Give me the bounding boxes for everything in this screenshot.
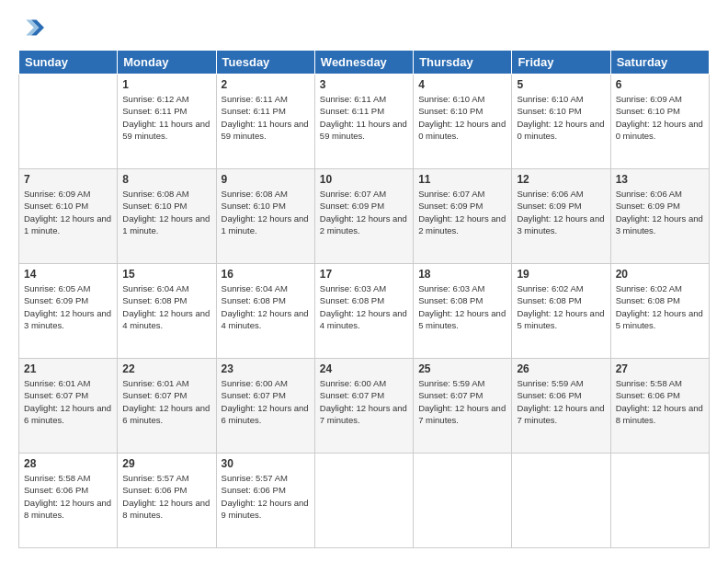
col-monday: Monday [118, 51, 216, 75]
calendar-cell: 6Sunrise: 6:09 AM Sunset: 6:10 PM Daylig… [610, 75, 709, 169]
day-info: Sunrise: 6:08 AM Sunset: 6:10 PM Dayligh… [122, 188, 210, 236]
day-info: Sunrise: 5:57 AM Sunset: 6:06 PM Dayligh… [122, 472, 210, 521]
calendar-cell: 22Sunrise: 6:01 AM Sunset: 6:07 PM Dayli… [118, 359, 216, 454]
calendar-cell: 8Sunrise: 6:08 AM Sunset: 6:10 PM Daylig… [118, 169, 216, 264]
day-number: 27 [616, 362, 704, 375]
calendar-cell: 18Sunrise: 6:03 AM Sunset: 6:08 PM Dayli… [414, 264, 512, 359]
day-info: Sunrise: 6:02 AM Sunset: 6:08 PM Dayligh… [616, 282, 704, 331]
col-wednesday: Wednesday [314, 51, 413, 75]
day-info: Sunrise: 5:58 AM Sunset: 6:06 PM Dayligh… [24, 472, 112, 521]
day-info: Sunrise: 6:00 AM Sunset: 6:07 PM Dayligh… [320, 377, 408, 426]
day-info: Sunrise: 6:01 AM Sunset: 6:07 PM Dayligh… [24, 377, 112, 426]
day-number: 2 [222, 78, 310, 91]
logo-icon [18, 15, 44, 40]
day-number: 15 [122, 268, 210, 281]
day-info: Sunrise: 6:04 AM Sunset: 6:08 PM Dayligh… [122, 282, 210, 331]
calendar-week-row: 21Sunrise: 6:01 AM Sunset: 6:07 PM Dayli… [19, 359, 710, 454]
day-number: 30 [222, 457, 310, 470]
day-number: 26 [517, 362, 605, 375]
day-info: Sunrise: 6:07 AM Sunset: 6:09 PM Dayligh… [418, 188, 506, 236]
day-info: Sunrise: 6:10 AM Sunset: 6:10 PM Dayligh… [418, 93, 506, 142]
day-number: 14 [24, 268, 112, 281]
calendar-cell [19, 75, 118, 169]
calendar-cell: 3Sunrise: 6:11 AM Sunset: 6:11 PM Daylig… [314, 75, 413, 169]
day-info: Sunrise: 6:03 AM Sunset: 6:08 PM Dayligh… [320, 282, 408, 331]
calendar-cell: 27Sunrise: 5:58 AM Sunset: 6:06 PM Dayli… [610, 359, 709, 454]
calendar-cell [610, 454, 709, 548]
header [18, 15, 710, 40]
page: Sunday Monday Tuesday Wednesday Thursday… [0, 0, 728, 563]
day-number: 17 [320, 268, 408, 281]
calendar-cell: 12Sunrise: 6:06 AM Sunset: 6:09 PM Dayli… [512, 169, 610, 264]
day-number: 20 [616, 268, 704, 281]
day-number: 9 [222, 173, 310, 186]
day-number: 11 [418, 173, 506, 186]
calendar-week-row: 14Sunrise: 6:05 AM Sunset: 6:09 PM Dayli… [19, 264, 710, 359]
calendar-cell: 4Sunrise: 6:10 AM Sunset: 6:10 PM Daylig… [414, 75, 512, 169]
day-info: Sunrise: 6:11 AM Sunset: 6:11 PM Dayligh… [320, 93, 408, 142]
calendar-cell: 11Sunrise: 6:07 AM Sunset: 6:09 PM Dayli… [414, 169, 512, 264]
day-info: Sunrise: 6:01 AM Sunset: 6:07 PM Dayligh… [122, 377, 210, 426]
calendar-cell: 14Sunrise: 6:05 AM Sunset: 6:09 PM Dayli… [19, 264, 118, 359]
day-info: Sunrise: 6:02 AM Sunset: 6:08 PM Dayligh… [517, 282, 605, 331]
day-number: 3 [320, 78, 408, 91]
calendar-cell: 15Sunrise: 6:04 AM Sunset: 6:08 PM Dayli… [118, 264, 216, 359]
day-info: Sunrise: 6:05 AM Sunset: 6:09 PM Dayligh… [24, 282, 112, 331]
col-thursday: Thursday [414, 51, 512, 75]
day-info: Sunrise: 6:06 AM Sunset: 6:09 PM Dayligh… [616, 188, 704, 236]
calendar-table: Sunday Monday Tuesday Wednesday Thursday… [18, 50, 710, 548]
day-number: 10 [320, 173, 408, 186]
day-number: 5 [517, 78, 605, 91]
calendar-week-row: 7Sunrise: 6:09 AM Sunset: 6:10 PM Daylig… [19, 169, 710, 264]
day-number: 16 [222, 268, 310, 281]
day-number: 7 [24, 173, 112, 186]
day-info: Sunrise: 6:10 AM Sunset: 6:10 PM Dayligh… [517, 93, 605, 142]
day-info: Sunrise: 6:09 AM Sunset: 6:10 PM Dayligh… [616, 93, 704, 142]
day-number: 13 [616, 173, 704, 186]
calendar-cell [314, 454, 413, 548]
day-info: Sunrise: 6:04 AM Sunset: 6:08 PM Dayligh… [222, 282, 310, 331]
day-number: 29 [122, 457, 210, 470]
calendar-cell: 28Sunrise: 5:58 AM Sunset: 6:06 PM Dayli… [19, 454, 118, 548]
day-info: Sunrise: 6:08 AM Sunset: 6:10 PM Dayligh… [222, 188, 310, 236]
calendar-week-row: 28Sunrise: 5:58 AM Sunset: 6:06 PM Dayli… [19, 454, 710, 548]
day-info: Sunrise: 5:57 AM Sunset: 6:06 PM Dayligh… [222, 472, 310, 521]
day-info: Sunrise: 5:59 AM Sunset: 6:07 PM Dayligh… [418, 377, 506, 426]
day-number: 6 [616, 78, 704, 91]
calendar-header-row: Sunday Monday Tuesday Wednesday Thursday… [19, 51, 710, 75]
col-tuesday: Tuesday [216, 51, 314, 75]
calendar-cell [414, 454, 512, 548]
col-sunday: Sunday [19, 51, 118, 75]
col-saturday: Saturday [610, 51, 709, 75]
calendar-cell: 13Sunrise: 6:06 AM Sunset: 6:09 PM Dayli… [610, 169, 709, 264]
calendar-cell: 25Sunrise: 5:59 AM Sunset: 6:07 PM Dayli… [414, 359, 512, 454]
day-number: 8 [122, 173, 210, 186]
calendar-cell: 17Sunrise: 6:03 AM Sunset: 6:08 PM Dayli… [314, 264, 413, 359]
day-info: Sunrise: 5:58 AM Sunset: 6:06 PM Dayligh… [616, 377, 704, 426]
calendar-cell: 2Sunrise: 6:11 AM Sunset: 6:11 PM Daylig… [216, 75, 314, 169]
calendar-cell: 9Sunrise: 6:08 AM Sunset: 6:10 PM Daylig… [216, 169, 314, 264]
day-number: 25 [418, 362, 506, 375]
day-number: 23 [222, 362, 310, 375]
calendar-cell: 29Sunrise: 5:57 AM Sunset: 6:06 PM Dayli… [118, 454, 216, 548]
day-info: Sunrise: 6:11 AM Sunset: 6:11 PM Dayligh… [222, 93, 310, 142]
day-number: 24 [320, 362, 408, 375]
col-friday: Friday [512, 51, 610, 75]
day-number: 18 [418, 268, 506, 281]
calendar-cell: 30Sunrise: 5:57 AM Sunset: 6:06 PM Dayli… [216, 454, 314, 548]
calendar-cell: 10Sunrise: 6:07 AM Sunset: 6:09 PM Dayli… [314, 169, 413, 264]
day-number: 4 [418, 78, 506, 91]
day-info: Sunrise: 6:07 AM Sunset: 6:09 PM Dayligh… [320, 188, 408, 236]
calendar-cell: 19Sunrise: 6:02 AM Sunset: 6:08 PM Dayli… [512, 264, 610, 359]
day-info: Sunrise: 6:00 AM Sunset: 6:07 PM Dayligh… [222, 377, 310, 426]
day-info: Sunrise: 6:12 AM Sunset: 6:11 PM Dayligh… [122, 93, 210, 142]
calendar-cell: 5Sunrise: 6:10 AM Sunset: 6:10 PM Daylig… [512, 75, 610, 169]
calendar-cell [512, 454, 610, 548]
calendar-cell: 20Sunrise: 6:02 AM Sunset: 6:08 PM Dayli… [610, 264, 709, 359]
calendar-cell: 21Sunrise: 6:01 AM Sunset: 6:07 PM Dayli… [19, 359, 118, 454]
calendar-cell: 16Sunrise: 6:04 AM Sunset: 6:08 PM Dayli… [216, 264, 314, 359]
day-number: 28 [24, 457, 112, 470]
day-number: 21 [24, 362, 112, 375]
logo [18, 15, 48, 40]
day-number: 22 [122, 362, 210, 375]
